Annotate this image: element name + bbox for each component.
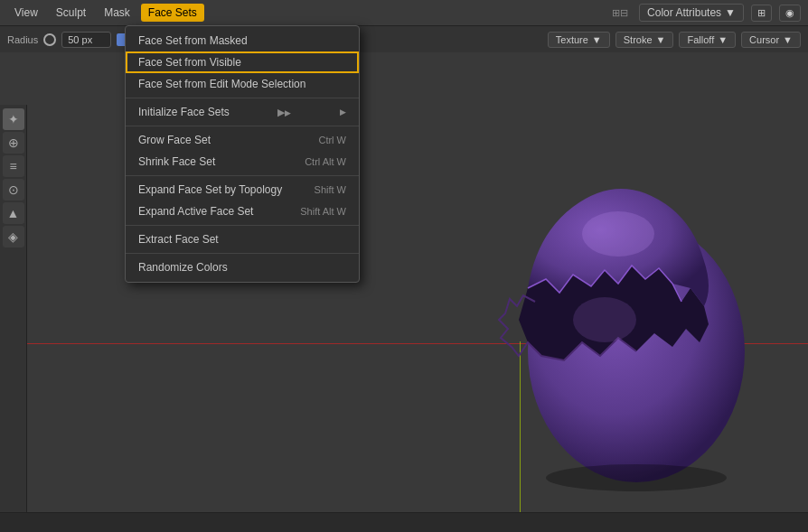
brush-size-indicator [43,33,56,46]
texture-button[interactable]: Texture ▼ [548,32,610,48]
dropdown-arrow-icon: ▼ [725,6,736,19]
radius-input[interactable] [61,32,111,48]
color-attributes-label: Color Attributes [647,6,721,19]
cursor-label: Cursor [749,34,779,45]
tool-face-set[interactable]: ◈ [3,226,24,247]
layout-options-button[interactable]: ⊞ [751,5,772,22]
menu-item-grow-face-set[interactable]: Grow Face Set Ctrl W [126,129,359,151]
3d-model [437,162,754,505]
menu-item-face-set-from-edit-mode[interactable]: Face Set from Edit Mode Selection [126,73,359,95]
status-bar [0,512,808,532]
cursor-dropdown-icon: ▼ [783,34,793,45]
falloff-button[interactable]: Falloff ▼ [679,32,736,48]
falloff-label: Falloff [687,34,714,45]
falloff-dropdown-icon: ▼ [718,34,728,45]
separator-5 [126,253,359,254]
separator-1 [126,98,359,98]
stroke-button[interactable]: Stroke ▼ [615,32,674,48]
top-menubar: View Sculpt Mask Face Sets ⊞⊟ Color Attr… [0,0,808,25]
stroke-label: Stroke [624,34,653,45]
menu-mask[interactable]: Mask [97,4,137,22]
3d-viewport[interactable]: ✦ ⊕ ≡ ⊙ ▲ ◈ [0,52,808,532]
menu-item-face-set-from-masked[interactable]: Face Set from Masked [126,30,359,51]
color-attributes-button[interactable]: Color Attributes ▼ [639,4,744,22]
menubar-right: ⊞⊟ Color Attributes ▼ ⊞ ◉ [612,4,801,22]
menu-item-randomize-colors[interactable]: Randomize Colors [126,257,359,278]
menu-item-expand-active[interactable]: Expand Active Face Set Shift Alt W [126,201,359,222]
menu-item-shrink-face-set[interactable]: Shrink Face Set Ctrl Alt W [126,151,359,173]
separator-3 [126,175,359,176]
texture-dropdown-icon: ▼ [592,34,602,45]
tool-smooth[interactable]: ⊙ [3,179,24,201]
menu-item-expand-by-topology[interactable]: Expand Face Set by Topology Shift W [126,179,359,201]
svg-point-3 [546,464,727,491]
menu-sculpt[interactable]: Sculpt [49,4,93,22]
menu-view[interactable]: View [7,4,45,22]
separator-2 [126,126,359,126]
radius-label: Radius [7,34,38,45]
tool-flatten[interactable]: ≡ [3,155,24,177]
tool-mask[interactable]: ▲ [3,202,24,224]
submenu-arrow-icon: ▶ [277,107,291,118]
svg-point-2 [582,211,654,257]
menu-item-extract-face-set[interactable]: Extract Face Set [126,229,359,250]
left-toolbar: ✦ ⊕ ≡ ⊙ ▲ ◈ [0,105,27,532]
viewport-shading-button[interactable]: ◉ [779,5,801,22]
tool-add[interactable]: ⊕ [3,132,24,154]
tool-draw[interactable]: ✦ [3,108,24,130]
menu-face-sets[interactable]: Face Sets [141,4,204,22]
face-sets-dropdown: Face Set from Masked Face Set from Visib… [125,25,360,283]
menu-item-initialize-face-sets[interactable]: Initialize Face Sets ▶ [126,101,359,123]
second-toolbar: Radius Texture ▼ Stroke ▼ Falloff ▼ Curs… [0,25,808,52]
cursor-button[interactable]: Cursor ▼ [741,32,801,48]
menu-item-face-set-from-visible[interactable]: Face Set from Visible [126,51,359,73]
separator-4 [126,225,359,226]
svg-point-1 [573,297,636,342]
texture-label: Texture [556,34,588,45]
stroke-dropdown-icon: ▼ [656,34,666,45]
